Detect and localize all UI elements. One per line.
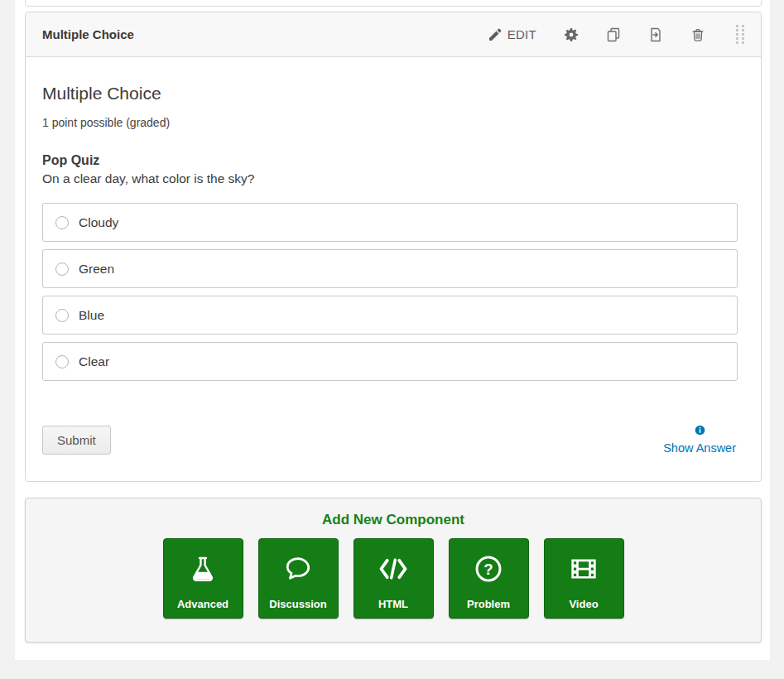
code-icon (377, 556, 410, 582)
add-video-button[interactable]: Video (544, 538, 624, 619)
answer-option-blue[interactable]: Blue (42, 296, 738, 335)
move-button[interactable] (640, 22, 671, 47)
speech-bubble-icon (283, 555, 313, 583)
trash-icon (690, 27, 705, 42)
submit-button[interactable]: Submit (42, 426, 111, 455)
previous-component-card-edge (25, 0, 762, 7)
duplicate-button[interactable] (598, 22, 629, 47)
answer-option-cloudy[interactable]: Cloudy (42, 203, 738, 242)
points-possible-text: 1 point possible (graded) (42, 116, 738, 129)
delete-button[interactable] (682, 22, 714, 47)
show-answer-link[interactable]: Show Answer (663, 441, 736, 455)
answer-option-clear[interactable]: Clear (42, 342, 738, 381)
add-new-component-panel: Add New Component Advanced Discussio (25, 498, 762, 643)
add-button-label: Video (569, 598, 598, 610)
problem-title: Multiple Choice (42, 84, 738, 104)
problem-footer: Submit Show Answer (42, 424, 738, 455)
component-actions: EDIT (481, 21, 753, 48)
add-button-label: Advanced (177, 598, 228, 610)
drag-handle[interactable] (727, 21, 753, 48)
option-label: Blue (79, 308, 104, 323)
add-button-label: Problem (467, 598, 510, 610)
add-html-button[interactable]: HTML (354, 538, 434, 619)
option-label: Clear (79, 354, 109, 369)
radio-button[interactable] (55, 262, 69, 276)
option-label: Cloudy (79, 215, 118, 230)
option-label: Green (79, 262, 114, 277)
component-header: Multiple Choice EDIT (26, 12, 761, 57)
problem-body: Multiple Choice 1 point possible (graded… (26, 57, 761, 455)
add-new-component-title: Add New Component (26, 512, 761, 528)
info-icon (695, 425, 705, 436)
radio-button[interactable] (55, 216, 69, 229)
flask-icon (189, 554, 217, 584)
edit-button-label: EDIT (507, 27, 536, 41)
component-type-buttons: Advanced Discussion HTML (26, 538, 761, 619)
question-text: On a clear day, what color is the sky? (42, 171, 738, 186)
show-answer-block: Show Answer (663, 424, 738, 455)
content-container: Multiple Choice EDIT (15, 0, 770, 660)
svg-text:?: ? (483, 560, 493, 577)
add-problem-button[interactable]: ? Problem (449, 538, 529, 619)
question-circle-icon: ? (474, 554, 503, 584)
add-advanced-button[interactable]: Advanced (163, 538, 243, 619)
add-button-label: Discussion (269, 598, 326, 610)
pencil-icon (489, 28, 502, 41)
radio-button[interactable] (55, 309, 69, 322)
answer-options: Cloudy Green Blue Clear (42, 203, 738, 381)
settings-button[interactable] (556, 22, 587, 47)
gear-icon (564, 27, 579, 42)
move-icon (648, 27, 663, 42)
multiple-choice-component-card: Multiple Choice EDIT (25, 12, 762, 482)
question-title: Pop Quiz (42, 153, 738, 168)
component-title: Multiple Choice (42, 27, 134, 41)
drag-handle-icon (735, 24, 746, 45)
edit-button[interactable]: EDIT (481, 22, 545, 46)
film-icon (568, 555, 599, 583)
radio-button[interactable] (55, 355, 69, 368)
add-button-label: HTML (378, 598, 408, 610)
add-discussion-button[interactable]: Discussion (258, 538, 339, 619)
duplicate-icon (606, 27, 621, 42)
answer-option-green[interactable]: Green (42, 249, 738, 288)
